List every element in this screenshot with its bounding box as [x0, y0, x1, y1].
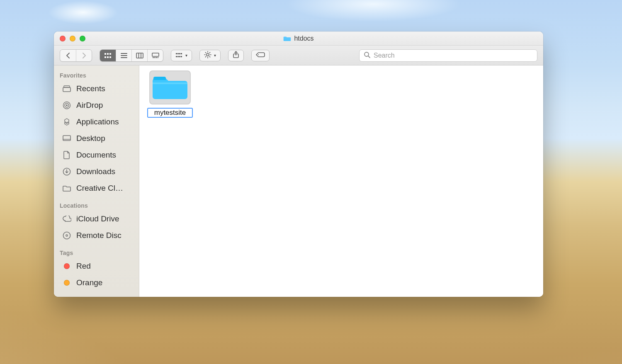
- search-field[interactable]: [359, 49, 537, 62]
- airdrop-icon: [62, 101, 71, 109]
- wallpaper-clouds: [0, 0, 622, 25]
- search-icon: [364, 51, 370, 60]
- cloud-icon: [62, 216, 71, 222]
- svg-rect-2: [109, 53, 111, 55]
- sidebar-item-label: AirDrop: [76, 101, 103, 110]
- window-title-text: htdocs: [294, 35, 313, 42]
- sidebar-item-downloads[interactable]: Downloads: [54, 163, 139, 180]
- svg-rect-4: [107, 56, 109, 58]
- group-by-button[interactable]: ▾: [171, 50, 192, 61]
- svg-rect-5: [109, 56, 111, 58]
- back-button[interactable]: [60, 50, 76, 61]
- sidebar-item-desktop[interactable]: Desktop: [54, 130, 139, 147]
- folder-icon[interactable]: [149, 70, 191, 104]
- sidebar-item-label: Applications: [76, 117, 119, 126]
- column-view-button[interactable]: [131, 50, 147, 61]
- downloads-icon: [62, 167, 71, 176]
- sidebar-item-recents[interactable]: Recents: [54, 80, 139, 97]
- svg-rect-9: [136, 53, 143, 58]
- sidebar-item-label: iCloud Drive: [76, 214, 119, 223]
- svg-line-32: [209, 52, 210, 53]
- sidebar: Favorites Recents AirDrop: [54, 66, 139, 297]
- svg-line-31: [209, 56, 210, 57]
- sidebar-item-applications[interactable]: Applications: [54, 114, 139, 130]
- sidebar-item-tag-red[interactable]: Red: [54, 258, 139, 274]
- svg-rect-34: [233, 54, 238, 58]
- svg-line-30: [205, 52, 206, 53]
- tag-icon: [256, 52, 265, 59]
- svg-point-46: [63, 232, 70, 239]
- folder-icon: [62, 185, 71, 192]
- action-menu-button[interactable]: ▾: [199, 50, 221, 61]
- svg-rect-19: [179, 53, 180, 54]
- svg-rect-39: [64, 86, 70, 87]
- file-name-input[interactable]: [147, 108, 193, 118]
- icon-view-button[interactable]: [100, 50, 116, 61]
- sidebar-heading-favorites: Favorites: [54, 70, 139, 80]
- svg-point-36: [364, 52, 369, 56]
- svg-rect-38: [63, 87, 70, 92]
- view-mode-segment: [100, 49, 163, 62]
- titlebar: htdocs: [54, 32, 543, 46]
- chevron-down-icon: ▾: [185, 53, 187, 58]
- sidebar-item-icloud-drive[interactable]: iCloud Drive: [54, 211, 139, 227]
- minimize-button[interactable]: [70, 36, 75, 41]
- share-icon: [233, 51, 239, 60]
- tag-dot-red-icon: [62, 263, 71, 269]
- svg-point-42: [63, 102, 70, 109]
- file-grid: [147, 70, 536, 118]
- svg-rect-24: [181, 56, 182, 57]
- sidebar-heading-locations: Locations: [54, 200, 139, 211]
- window-title: htdocs: [283, 35, 313, 42]
- sidebar-item-label: Creative Cl…: [76, 184, 123, 193]
- svg-rect-1: [107, 53, 109, 55]
- svg-rect-16: [158, 57, 158, 58]
- svg-point-41: [65, 103, 69, 107]
- edit-tags-button[interactable]: [251, 50, 270, 61]
- forward-button[interactable]: [76, 50, 92, 61]
- documents-icon: [62, 151, 71, 159]
- disc-icon: [62, 231, 71, 240]
- recents-icon: [62, 85, 71, 92]
- desktop-icon: [62, 135, 71, 142]
- sidebar-item-label: Recents: [76, 84, 105, 93]
- svg-rect-17: [176, 53, 177, 54]
- sidebar-item-creative-cloud[interactable]: Creative Cl…: [54, 180, 139, 197]
- svg-rect-21: [176, 56, 177, 57]
- sidebar-item-label: Desktop: [76, 134, 105, 143]
- svg-rect-22: [177, 56, 179, 57]
- file-item-mytestsite[interactable]: [147, 70, 193, 118]
- svg-rect-15: [156, 57, 157, 58]
- content-area[interactable]: [139, 66, 543, 297]
- svg-rect-12: [152, 53, 159, 56]
- share-button[interactable]: [228, 50, 244, 61]
- sidebar-item-tag-orange[interactable]: Orange: [54, 274, 139, 291]
- close-button[interactable]: [60, 36, 66, 41]
- gallery-view-button[interactable]: [147, 50, 163, 61]
- svg-point-40: [66, 104, 68, 106]
- window-body: Favorites Recents AirDrop: [54, 66, 543, 297]
- sidebar-item-label: Documents: [76, 150, 116, 160]
- fullscreen-button[interactable]: [80, 36, 85, 41]
- search-input[interactable]: [374, 52, 533, 59]
- svg-point-25: [207, 53, 209, 56]
- sidebar-item-documents[interactable]: Documents: [54, 147, 139, 163]
- svg-rect-14: [154, 57, 156, 58]
- finder-window: htdocs: [54, 32, 543, 297]
- svg-rect-3: [104, 56, 106, 58]
- svg-point-47: [66, 235, 68, 236]
- svg-rect-13: [153, 57, 154, 58]
- list-view-button[interactable]: [116, 50, 131, 61]
- folder-icon: [283, 36, 291, 41]
- toolbar: ▾ ▾: [54, 46, 543, 66]
- sidebar-item-label: Red: [76, 262, 91, 271]
- traffic-lights: [60, 36, 85, 41]
- sidebar-item-label: Remote Disc: [76, 231, 121, 240]
- svg-rect-18: [177, 53, 179, 54]
- sidebar-item-remote-disc[interactable]: Remote Disc: [54, 227, 139, 244]
- gear-icon: [204, 51, 211, 60]
- nav-back-forward: [60, 49, 92, 62]
- tag-dot-orange-icon: [62, 280, 71, 286]
- svg-rect-23: [179, 56, 180, 57]
- sidebar-item-airdrop[interactable]: AirDrop: [54, 97, 139, 114]
